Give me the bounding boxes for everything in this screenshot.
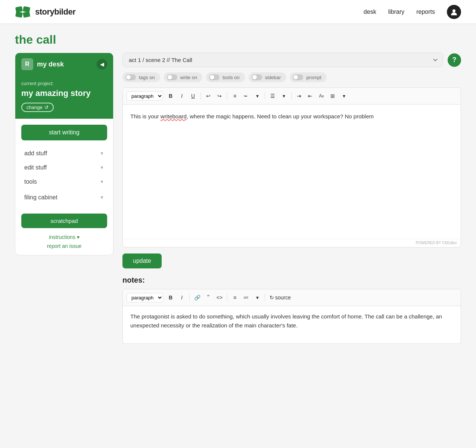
scene-select[interactable]: act 1 / scene 2 // The Call act 1 / scen… — [122, 53, 443, 67]
chevron-down-icon: ▾ — [77, 234, 80, 240]
sidebar-item-filing-cabinet[interactable]: filing cabinet ▼ — [21, 190, 107, 205]
sidebar-toggle-switch — [252, 74, 262, 80]
start-writing-button[interactable]: start writing — [21, 125, 107, 140]
chevron-down-icon: ▼ — [100, 195, 104, 200]
sidebar-header: R my desk ◀ — [15, 53, 113, 75]
notes-quote-button[interactable]: " — [203, 292, 214, 303]
main-layout: R my desk ◀ current project: my amazing … — [0, 53, 476, 359]
underline-button[interactable]: U — [188, 91, 198, 101]
notes-list-options-button[interactable]: ▾ — [252, 292, 262, 303]
notes-bullet-button[interactable]: ≡ — [230, 292, 240, 303]
notes-heading: notes: — [122, 276, 461, 284]
outdent-button[interactable]: ⇤ — [305, 91, 315, 101]
change-btn-label: change — [27, 105, 43, 110]
chevron-down-icon: ▼ — [100, 165, 104, 170]
notes-numbered-button[interactable]: ≔ — [241, 292, 251, 303]
update-button[interactable]: update — [122, 253, 162, 268]
notes-bold-button[interactable]: B — [165, 292, 176, 303]
logo-area: storybilder — [15, 5, 75, 19]
tags-toggle-label: tags on — [139, 75, 155, 80]
svg-rect-1 — [15, 11, 23, 18]
list-options-button[interactable]: ▾ — [252, 91, 262, 101]
notes-italic-button[interactable]: I — [177, 292, 187, 303]
filing-cabinet-label: filing cabinet — [24, 194, 57, 201]
prompt-toggle-switch — [293, 74, 303, 80]
toolbar-divider — [265, 92, 265, 100]
sidebar: R my desk ◀ current project: my amazing … — [15, 53, 113, 344]
sidebar-title: my desk — [37, 60, 64, 68]
editor-footer: POWERED BY CKEditor — [123, 239, 461, 247]
write-toggle[interactable]: write on — [164, 72, 203, 82]
tools-toggle[interactable]: tools on — [206, 72, 245, 82]
text-style-button[interactable]: Ax — [316, 91, 327, 101]
svg-text:≔: ≔ — [243, 94, 248, 98]
svg-rect-0 — [15, 6, 23, 12]
notes-link-button[interactable]: 🔗 — [192, 292, 202, 303]
notes-body[interactable]: The protagonist is asked to do something… — [123, 306, 461, 343]
nav-desk[interactable]: desk — [364, 9, 376, 15]
toggles-row: tags on write on tools on sidebar prompt — [122, 72, 461, 82]
sidebar-menu: add stuff ▼ edit stuff ▼ tools ▼ filing … — [15, 143, 113, 211]
report-issue-link[interactable]: report an issue — [47, 243, 82, 249]
notes-paragraph-select[interactable]: paragraph — [127, 293, 163, 302]
redo-button[interactable]: ↪ — [214, 91, 225, 101]
indent-button[interactable]: ⇥ — [294, 91, 304, 101]
table-button[interactable]: ⊞ — [327, 91, 338, 101]
toolbar-divider — [265, 294, 265, 301]
svg-rect-2 — [23, 6, 30, 12]
nav-reports[interactable]: reports — [416, 9, 435, 15]
toolbar-divider — [291, 92, 292, 100]
undo-button[interactable]: ↩ — [203, 91, 214, 101]
nav-library[interactable]: library — [388, 9, 405, 15]
logo-icon — [15, 5, 31, 19]
bold-button[interactable]: B — [165, 91, 176, 101]
sidebar-item-edit-stuff[interactable]: edit stuff ▼ — [21, 161, 107, 175]
change-project-button[interactable]: change ↺ — [21, 103, 54, 112]
main-editor-toolbar: paragraph Heading 1 Heading 2 B I U ↩ ↪ … — [123, 88, 461, 105]
toolbar-divider — [227, 92, 227, 100]
tools-label: tools — [24, 178, 37, 185]
tags-toggle[interactable]: tags on — [122, 72, 160, 82]
bullet-list-button[interactable]: ≡ — [230, 91, 240, 101]
sidebar-collapse-button[interactable]: ◀ — [97, 59, 107, 69]
desk-icon: R — [21, 58, 33, 70]
align-button[interactable]: ☰ — [267, 91, 278, 101]
table-options-button[interactable]: ▾ — [339, 91, 349, 101]
page-title-area: the call — [0, 24, 476, 53]
write-toggle-switch — [167, 74, 177, 80]
toolbar-divider — [189, 294, 190, 301]
main-editor-body[interactable]: This is your writeboard, where the magic… — [123, 105, 461, 239]
sidebar-header-left: R my desk — [21, 58, 64, 70]
scratchpad-button[interactable]: scratchpad — [21, 214, 107, 228]
change-icon: ↺ — [44, 105, 49, 110]
notes-code-button[interactable]: <> — [214, 292, 225, 303]
sidebar-toggle[interactable]: sidebar — [249, 72, 286, 82]
scene-selector-row: act 1 / scene 2 // The Call act 1 / scen… — [122, 53, 461, 67]
prompt-toggle[interactable]: prompt — [290, 72, 326, 82]
instructions-link[interactable]: instructions ▾ — [49, 234, 80, 240]
italic-button[interactable]: I — [177, 91, 187, 101]
user-avatar[interactable] — [447, 5, 461, 19]
help-button[interactable]: ? — [448, 53, 461, 67]
sidebar-bottom: instructions ▾ report an issue — [15, 234, 113, 255]
sidebar-item-add-stuff[interactable]: add stuff ▼ — [21, 146, 107, 161]
numbered-list-button[interactable]: ≔ — [241, 91, 251, 101]
add-stuff-label: add stuff — [24, 150, 47, 157]
toolbar-divider — [200, 92, 201, 100]
logo-text: storybilder — [35, 7, 75, 17]
current-project-label: current project: — [21, 81, 107, 86]
prompt-toggle-label: prompt — [306, 75, 321, 80]
align-options-button[interactable]: ▾ — [279, 91, 289, 101]
tools-toggle-switch — [209, 74, 220, 80]
source-icon: ↻ — [270, 295, 274, 301]
paragraph-style-select[interactable]: paragraph Heading 1 Heading 2 — [127, 91, 163, 101]
main-content: act 1 / scene 2 // The Call act 1 / scen… — [122, 53, 461, 344]
sidebar-item-tools[interactable]: tools ▼ — [21, 175, 107, 189]
source-label: source — [275, 295, 291, 301]
toolbar-divider — [227, 294, 227, 301]
current-project-section: current project: my amazing story change… — [15, 75, 113, 119]
notes-source-button[interactable]: ↻ source — [267, 292, 293, 303]
write-toggle-label: write on — [180, 75, 197, 80]
writeboard-word: writeboard — [161, 113, 187, 119]
tags-toggle-switch — [125, 74, 136, 80]
